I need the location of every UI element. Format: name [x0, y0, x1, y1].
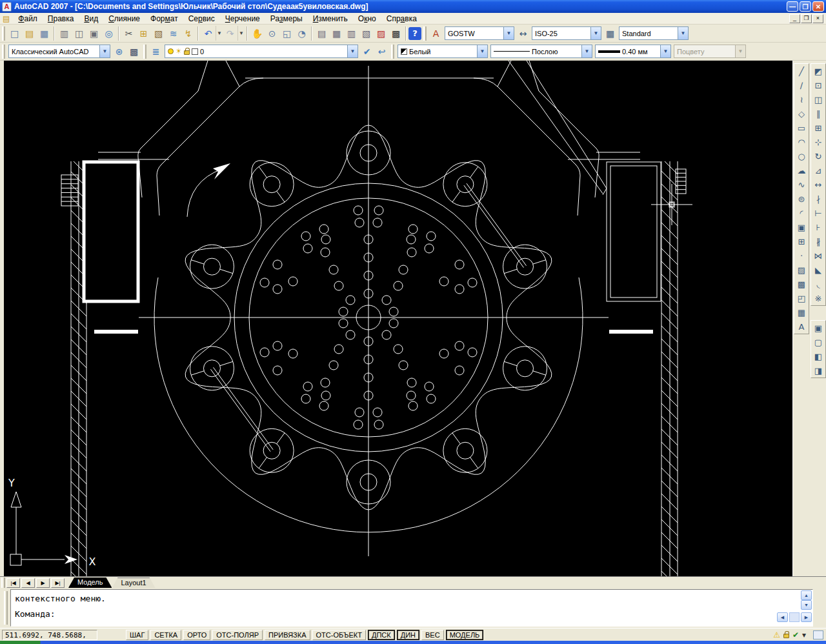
layer-combo[interactable]: ☀0▼ [165, 45, 358, 58]
title-bar[interactable]: A AutoCAD 2007 - [C:\Documents and Setti… [0, 0, 826, 13]
draw-ellipse-arc-button[interactable]: ◜ [795, 206, 808, 220]
modify-move-button[interactable]: ⊹ [812, 135, 825, 149]
draw-table-button[interactable]: ▦ [795, 305, 808, 319]
send-under-objects-button[interactable]: ◨ [812, 363, 825, 377]
text-style-combo-dropdown-arrow-icon[interactable]: ▼ [503, 27, 514, 39]
last-tab-button[interactable]: ▶| [51, 578, 65, 588]
scrollbar-thumb[interactable] [789, 612, 800, 622]
status-toggle-snap[interactable]: ШАГ [126, 630, 148, 640]
toolbar-grip[interactable] [423, 26, 427, 41]
menu-item-view[interactable]: Вид [79, 14, 103, 24]
modify-extend-button[interactable]: ⊢ [812, 206, 825, 220]
draw-gradient-button[interactable]: ▩ [795, 277, 808, 291]
modify-break-at-point-button[interactable]: ⊦ [812, 220, 825, 234]
restore-button[interactable]: ❐ [800, 1, 811, 12]
modify-fillet-button[interactable]: ◟ [812, 277, 825, 291]
status-toggle-grid[interactable]: СЕТКА [150, 630, 181, 640]
tabstrip-grip[interactable] [1, 578, 5, 588]
scroll-up-button[interactable]: ▲ [801, 590, 812, 600]
sheet-set-manager-button[interactable]: ▧ [359, 26, 374, 41]
draw-ellipse-button[interactable]: ⊜ [795, 192, 808, 206]
cut-clip-button[interactable]: ✂ [121, 26, 136, 41]
menu-item-format[interactable]: Формат [145, 14, 183, 24]
plot-preview-button[interactable]: ◫ [72, 26, 86, 41]
draw-point-button[interactable]: · [795, 248, 808, 263]
mdi-close-button[interactable]: × [812, 14, 823, 23]
toolbar-grip[interactable] [391, 45, 394, 59]
modify-chamfer-button[interactable]: ◣ [812, 263, 825, 277]
text-style-icon[interactable]: A [428, 26, 443, 41]
layer-previous-button[interactable]: ↩ [374, 44, 389, 59]
draw-arc-button[interactable]: ◠ [795, 135, 808, 149]
bring-above-objects-button[interactable]: ◧ [812, 349, 825, 363]
menu-item-dimension[interactable]: Размеры [265, 14, 308, 24]
drawing-canvas[interactable]: YX [0, 61, 792, 576]
draw-multiline-text-button[interactable]: A [795, 319, 808, 334]
tool-palettes-button[interactable]: ▥ [344, 26, 359, 41]
tab-model[interactable]: Модель [68, 578, 112, 588]
draw-line-button[interactable]: ╱ [795, 64, 808, 78]
menu-item-window[interactable]: Окно [353, 14, 381, 24]
layer-combo-dropdown-arrow-icon[interactable]: ▼ [347, 45, 358, 57]
tray-settings-caret-icon[interactable]: ▾ [802, 630, 806, 639]
status-toggle-model-space[interactable]: МОДЕЛЬ [446, 630, 484, 640]
clean-screen-button[interactable] [813, 630, 823, 639]
undo-flyout-caret-icon[interactable]: ▼ [216, 26, 223, 41]
table-style-combo-dropdown-arrow-icon[interactable]: ▼ [678, 27, 688, 39]
modify-array-button[interactable]: ⊞ [812, 121, 825, 135]
zoom-realtime-button[interactable]: ⊙ [265, 26, 279, 41]
layer-thaw-sun-icon[interactable]: ☀ [176, 47, 182, 55]
publish-web-button[interactable]: ◎ [101, 26, 116, 41]
modify-mirror-button[interactable]: ◫ [812, 92, 825, 106]
paste-clip-button[interactable]: ▧ [151, 26, 166, 41]
bring-to-front-button[interactable]: ▣ [812, 321, 825, 335]
tab-layout1[interactable]: Layout1 [112, 578, 155, 588]
draw-spline-button[interactable]: ∿ [795, 177, 808, 192]
undo-button[interactable]: ↶ [201, 26, 216, 41]
dim-style-icon[interactable]: ↔ [516, 26, 530, 41]
modify-stretch-button[interactable]: ↔ [812, 177, 825, 192]
status-toggle-dynamic-input[interactable]: ДИН [397, 630, 419, 640]
modify-scale-button[interactable]: ⊿ [812, 163, 825, 177]
status-toggle-object-tracking[interactable]: ОТС-ОБЪЕКТ [312, 630, 366, 640]
communication-center-icon[interactable]: ⚠ [773, 630, 780, 639]
scroll-right-button[interactable]: ▶ [801, 612, 812, 622]
toolbar-lock-icon[interactable] [783, 634, 789, 638]
close-button[interactable]: ✕ [812, 1, 824, 12]
zoom-window-button[interactable]: ◱ [279, 26, 294, 41]
match-properties-button[interactable]: ≋ [166, 26, 181, 41]
draw-circle-button[interactable]: ○ [795, 149, 808, 163]
modify-break-button[interactable]: ∦ [812, 234, 825, 248]
standards-check-icon[interactable]: ✔ [792, 630, 799, 639]
mdi-minimize-button[interactable]: _ [789, 14, 800, 23]
next-tab-button[interactable]: ▶ [36, 578, 50, 588]
layer-lock-icon[interactable] [184, 50, 190, 55]
coordinates-readout[interactable]: 511.6992, 748.5688, 0.0000 [2, 630, 97, 640]
menu-item-modify[interactable]: Изменить [308, 14, 353, 24]
linetype-combo[interactable]: Послою▼ [490, 45, 592, 58]
pan-realtime-button[interactable]: ✋ [250, 26, 265, 41]
menu-item-help[interactable]: Справка [381, 14, 422, 24]
block-editor-button[interactable]: ↯ [181, 26, 196, 41]
status-toggle-dynamic-ucs[interactable]: ДПСК [368, 630, 395, 640]
modify-offset-button[interactable]: ∥ [812, 106, 825, 121]
toolbar-grip[interactable] [2, 26, 5, 41]
minimize-button[interactable]: — [787, 1, 798, 12]
command-text-area[interactable]: контекстного меню. Команда: [10, 589, 813, 627]
command-window-grip[interactable] [4, 591, 8, 625]
draw-construction-line-button[interactable]: ∕ [795, 78, 808, 92]
draw-rectangle-button[interactable]: ▭ [795, 121, 808, 135]
save-file-button[interactable]: ▦ [37, 26, 52, 41]
layer-on-bulb-icon[interactable] [168, 48, 174, 54]
dim-style-combo-dropdown-arrow-icon[interactable]: ▼ [590, 27, 601, 39]
mdi-restore-button[interactable]: ❐ [801, 14, 812, 23]
modify-join-button[interactable]: ⋈ [812, 248, 825, 263]
open-file-button[interactable]: ▤ [22, 26, 37, 41]
modify-erase-button[interactable]: ◩ [812, 64, 825, 78]
draw-make-block-button[interactable]: ⊞ [795, 234, 808, 248]
draw-polyline-button[interactable]: ≀ [795, 92, 808, 106]
redo-button[interactable]: ↷ [223, 26, 237, 41]
designcenter-button[interactable]: ▦ [329, 26, 344, 41]
draw-insert-block-button[interactable]: ▣ [795, 220, 808, 234]
plot-button[interactable]: ▥ [57, 26, 72, 41]
